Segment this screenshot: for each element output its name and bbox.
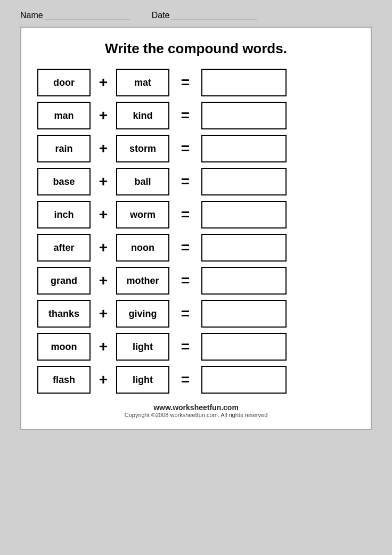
word1-box: grand xyxy=(37,267,91,295)
plus-sign: + xyxy=(91,206,116,223)
table-row: base + ball = xyxy=(37,168,355,195)
plus-sign: + xyxy=(91,140,116,157)
equals-sign: = xyxy=(169,239,201,256)
equals-sign: = xyxy=(169,107,201,124)
table-row: thanks + giving = xyxy=(37,300,355,328)
worksheet-title: Write the compound words. xyxy=(37,40,355,57)
table-row: rain + storm = xyxy=(37,135,355,162)
word1-box: moon xyxy=(37,333,91,361)
equals-sign: = xyxy=(169,305,201,322)
table-row: flash + light = xyxy=(37,366,355,394)
word1-box: man xyxy=(37,102,91,129)
equals-sign: = xyxy=(169,173,201,190)
plus-sign: + xyxy=(91,173,116,190)
word2-box: light xyxy=(116,333,169,361)
table-row: inch + worm = xyxy=(37,201,355,228)
website: www.worksheetfun.com xyxy=(37,403,355,412)
answer-box[interactable] xyxy=(201,102,287,129)
answer-box[interactable] xyxy=(201,69,287,96)
word1-box: door xyxy=(37,69,91,96)
equals-sign: = xyxy=(169,140,201,157)
answer-box[interactable] xyxy=(201,366,287,394)
answer-box[interactable] xyxy=(201,135,287,162)
plus-sign: + xyxy=(91,239,116,256)
worksheet: Write the compound words. door + mat = m… xyxy=(20,27,372,430)
answer-box[interactable] xyxy=(201,333,287,361)
equals-sign: = xyxy=(169,338,201,355)
plus-sign: + xyxy=(91,272,116,289)
word1-box: thanks xyxy=(37,300,91,328)
plus-sign: + xyxy=(91,74,116,91)
compound-rows: door + mat = man + kind = rain + storm =… xyxy=(37,69,355,394)
table-row: door + mat = xyxy=(37,69,355,96)
word2-box: ball xyxy=(116,168,169,195)
word2-box: giving xyxy=(116,300,169,328)
word1-box: base xyxy=(37,168,91,195)
copyright: Copyright ©2008 worksheetfun.com. All ri… xyxy=(37,412,355,418)
equals-sign: = xyxy=(169,272,201,289)
equals-sign: = xyxy=(169,206,201,223)
word2-box: mat xyxy=(116,69,169,96)
table-row: moon + light = xyxy=(37,333,355,361)
word1-box: after xyxy=(37,234,91,262)
plus-sign: + xyxy=(91,107,116,124)
name-label: Name xyxy=(20,11,130,20)
plus-sign: + xyxy=(91,305,116,322)
equals-sign: = xyxy=(169,74,201,91)
answer-box[interactable] xyxy=(201,168,287,195)
word2-box: light xyxy=(116,366,169,394)
word1-box: inch xyxy=(37,201,91,228)
word1-box: rain xyxy=(37,135,91,162)
plus-sign: + xyxy=(91,338,116,355)
table-row: grand + mother = xyxy=(37,267,355,295)
answer-box[interactable] xyxy=(201,267,287,295)
word2-box: storm xyxy=(116,135,169,162)
footer: www.worksheetfun.com Copyright ©2008 wor… xyxy=(37,403,355,418)
answer-box[interactable] xyxy=(201,234,287,262)
word1-box: flash xyxy=(37,366,91,394)
date-label: Date xyxy=(152,11,257,20)
word2-box: worm xyxy=(116,201,169,228)
word2-box: mother xyxy=(116,267,169,295)
name-date-row: Name Date xyxy=(20,11,372,20)
table-row: man + kind = xyxy=(37,102,355,129)
answer-box[interactable] xyxy=(201,300,287,328)
word2-box: kind xyxy=(116,102,169,129)
table-row: after + noon = xyxy=(37,234,355,262)
plus-sign: + xyxy=(91,371,116,388)
equals-sign: = xyxy=(169,371,201,388)
answer-box[interactable] xyxy=(201,201,287,228)
word2-box: noon xyxy=(116,234,169,262)
